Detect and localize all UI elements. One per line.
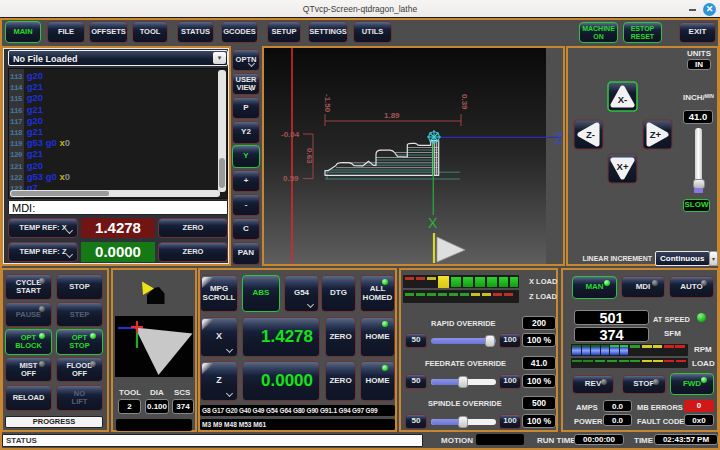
svg-text:X+: X+ bbox=[617, 161, 629, 172]
svg-text:-0.04: -0.04 bbox=[281, 130, 300, 139]
svg-text:1.89: 1.89 bbox=[384, 111, 400, 120]
svg-text:-1.50: -1.50 bbox=[323, 94, 332, 113]
svg-text:0.39: 0.39 bbox=[460, 94, 469, 110]
svg-text:0.63: 0.63 bbox=[305, 148, 314, 164]
svg-text:X-: X- bbox=[618, 94, 628, 105]
svg-text:X: X bbox=[428, 215, 438, 231]
svg-text:Z: Z bbox=[555, 130, 563, 146]
svg-text:Z-: Z- bbox=[586, 129, 595, 140]
svg-text:Z+: Z+ bbox=[650, 129, 662, 140]
svg-text:0.59: 0.59 bbox=[283, 174, 299, 183]
